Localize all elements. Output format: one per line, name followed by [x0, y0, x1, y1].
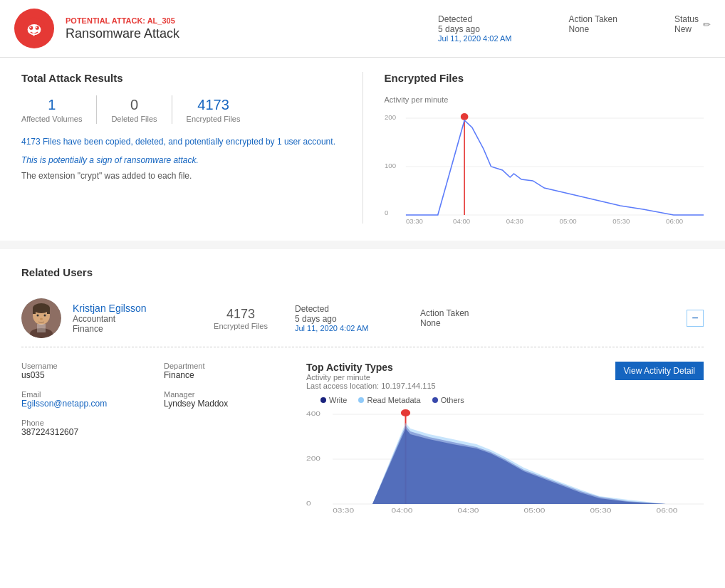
svg-point-27	[44, 315, 46, 317]
svg-text:04:00: 04:00	[453, 218, 470, 224]
username-group: Username us035	[21, 362, 150, 380]
deleted-files-label: Deleted Files	[111, 115, 157, 123]
user-dept: Finance	[73, 324, 187, 334]
manager-group: Manager Lyndsey Maddox	[164, 390, 292, 409]
svg-text:$: $	[32, 31, 35, 37]
legend-read-dot	[358, 397, 364, 403]
ransomware-icon: $	[14, 9, 54, 48]
legend-write-label: Write	[329, 396, 347, 404]
user-details-col2: Department Finance Manager Lyndsey Maddo…	[164, 362, 306, 514]
detected-date: Jul 11, 2020 4:02 AM	[438, 34, 511, 43]
activity-chart-section: Top Activity Types Activity per minute L…	[306, 362, 704, 514]
email-value[interactable]: Egilsson@netapp.com	[21, 399, 150, 409]
collapse-button[interactable]: −	[687, 310, 704, 327]
status-value: New	[674, 24, 699, 34]
user-name[interactable]: Kristjan Egilsson	[73, 303, 187, 314]
user-detected-meta: Detected 5 days ago Jul 11, 2020 4:02 AM	[295, 304, 409, 332]
encrypted-chart-title: Encrypted Files	[385, 72, 704, 84]
action-label: Action Taken	[568, 14, 617, 24]
phone-group: Phone 387224312607	[21, 419, 150, 437]
attack-results-title: Total Attack Results	[21, 72, 341, 84]
stats-row: 1 Affected Volumes 0 Deleted Files 4173 …	[21, 95, 341, 124]
main-content: Total Attack Results 1 Affected Volumes …	[0, 58, 725, 542]
action-meta: Action Taken None	[568, 14, 617, 34]
deleted-files-stat: 0 Deleted Files	[97, 97, 171, 123]
dept-group: Department Finance	[164, 362, 292, 380]
user-action-value: None	[420, 318, 520, 328]
status-meta: Status New ✏	[674, 14, 711, 34]
email-group: Email Egilsson@netapp.com	[21, 390, 150, 409]
svg-text:0: 0	[385, 209, 388, 216]
svg-text:04:00: 04:00	[392, 506, 413, 513]
section-divider	[0, 241, 725, 249]
encrypted-chart-subtitle: Activity per minute	[385, 95, 704, 104]
activity-subtitle: Activity per minute	[306, 373, 436, 382]
legend-others-dot	[432, 397, 438, 403]
encrypted-files-value: 4173	[187, 97, 241, 113]
legend-read-label: Read Metadata	[367, 396, 420, 404]
username-value: us035	[21, 370, 150, 380]
encrypted-files-stat: 4173 Encrypted Files	[172, 97, 255, 123]
svg-text:04:30: 04:30	[458, 506, 479, 513]
edit-status-icon[interactable]: ✏	[703, 19, 711, 30]
phone-value: 387224312607	[21, 427, 150, 437]
user-details: Username us035 Email Egilsson@netapp.com…	[21, 347, 704, 528]
user-card-header: Kristjan Egilsson Accountant Finance 417…	[21, 290, 704, 347]
legend-write-dot	[320, 397, 326, 403]
detected-value: 5 days ago	[438, 24, 511, 34]
description3: The extension "crypt" was added to each …	[21, 171, 341, 181]
svg-text:05:00: 05:00	[559, 218, 576, 224]
alert-header: $ POTENTIAL ATTACK: AL_305 Ransomware At…	[0, 0, 725, 58]
manager-value: Lyndsey Maddox	[164, 399, 292, 409]
svg-rect-24	[33, 308, 36, 314]
dept-value: Finance	[164, 370, 292, 380]
svg-text:05:30: 05:30	[590, 506, 612, 513]
user-detected-value: 5 days ago	[295, 314, 409, 324]
user-action-label: Action Taken	[420, 308, 520, 318]
activity-location: Last access location: 10.197.144.115	[306, 382, 436, 390]
affected-volumes-stat: 1 Affected Volumes	[21, 97, 96, 123]
svg-text:05:00: 05:00	[524, 506, 546, 513]
svg-text:03:30: 03:30	[333, 506, 354, 513]
svg-point-6	[36, 26, 38, 28]
detected-label: Detected	[438, 14, 511, 24]
legend-others-label: Others	[441, 396, 464, 404]
svg-rect-25	[47, 308, 50, 314]
legend-others: Others	[432, 396, 464, 404]
activity-legend: Write Read Metadata Others	[320, 396, 704, 404]
user-info: Kristjan Egilsson Accountant Finance	[73, 303, 187, 334]
username-label: Username	[21, 362, 150, 370]
user-details-col1: Username us035 Email Egilsson@netapp.com…	[21, 362, 164, 514]
svg-text:03:30: 03:30	[405, 218, 422, 224]
encrypted-chart-area: 200 100 0 03:30 04:00 04:30 05:00 05:30 …	[385, 110, 704, 224]
dept-label: Department	[164, 362, 292, 370]
header-meta: Detected 5 days ago Jul 11, 2020 4:02 AM…	[438, 14, 711, 43]
affected-volumes-label: Affected Volumes	[21, 115, 82, 123]
svg-text:200: 200	[385, 114, 396, 121]
view-activity-button[interactable]: View Activity Detail	[615, 362, 704, 380]
svg-text:0: 0	[306, 499, 311, 506]
detected-meta: Detected 5 days ago Jul 11, 2020 4:02 AM	[438, 14, 511, 43]
description1: 4173 Files have been copied, deleted, an…	[21, 135, 341, 148]
activity-chart-area: 400 200 0 03:30 04:00 04:30 05:00 05:30	[306, 407, 704, 514]
related-users-section: Related Users	[21, 266, 704, 528]
legend-write: Write	[320, 396, 347, 404]
user-role: Accountant	[73, 314, 187, 324]
user-detected-label: Detected	[295, 304, 409, 314]
svg-text:05:30: 05:30	[612, 218, 630, 224]
encrypted-files-label: Encrypted Files	[187, 115, 241, 123]
svg-point-20	[460, 113, 468, 120]
svg-point-3	[36, 26, 39, 30]
activity-title: Top Activity Types	[306, 362, 436, 373]
svg-point-2	[29, 26, 33, 30]
header-info: POTENTIAL ATTACK: AL_305 Ransomware Atta…	[66, 16, 438, 41]
potential-attack-label: POTENTIAL ATTACK: AL_305	[66, 16, 438, 25]
svg-text:200: 200	[306, 454, 320, 461]
manager-label: Manager	[164, 390, 292, 399]
affected-volumes-value: 1	[21, 97, 82, 113]
svg-text:04:30: 04:30	[506, 218, 523, 224]
svg-point-28	[40, 318, 43, 320]
svg-text:06:00: 06:00	[657, 506, 678, 513]
user-action-meta: Action Taken None	[420, 308, 520, 328]
user-encrypted-label: Encrypted Files	[198, 322, 283, 330]
